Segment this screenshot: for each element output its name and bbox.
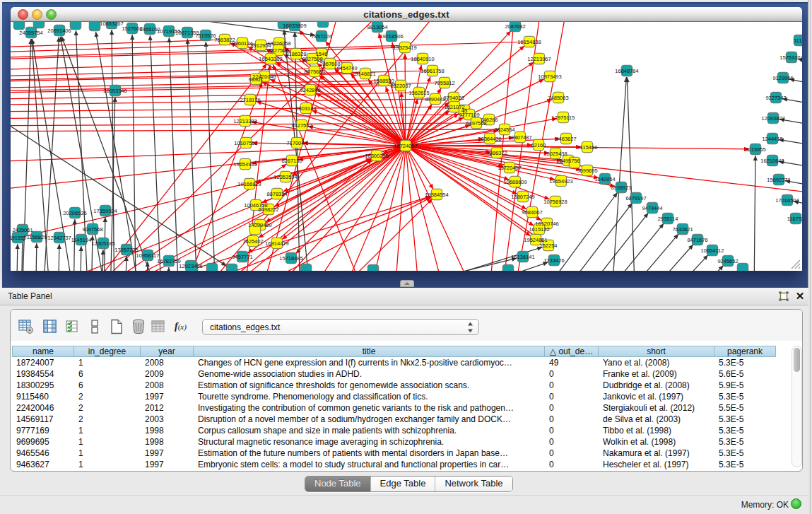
table-row[interactable]: 977716911998Corpus callosum shape and si…	[13, 426, 776, 437]
column-header-pagerank[interactable]: pagerank	[714, 346, 776, 357]
cell-year[interactable]: 1997	[141, 460, 194, 471]
cell-year[interactable]: 1998	[141, 426, 194, 437]
cell-title[interactable]: Estimation of significance thresholds fo…	[194, 380, 545, 392]
cell-year[interactable]: 2009	[141, 369, 194, 380]
cell-year[interactable]: 1998	[141, 437, 194, 448]
graph-node-teal[interactable]	[33, 22, 45, 28]
cell-pagerank[interactable]: 5.3E-5	[714, 426, 776, 437]
cell-title[interactable]: Changes of HCN gene expression and I(f) …	[194, 358, 545, 369]
cell-year[interactable]: 1997	[141, 448, 194, 460]
cell-short[interactable]: Wolkin et al. (1998)	[599, 437, 714, 448]
graph-edge[interactable]	[11, 146, 406, 170]
tab-edge-table[interactable]: Edge Table	[370, 477, 435, 491]
table-row[interactable]: 1872400712008Changes of HCN gene express…	[13, 358, 776, 369]
column-header-title[interactable]: title	[194, 346, 545, 357]
cell-in_degree[interactable]: 1	[74, 426, 141, 437]
show-columns-icon[interactable]	[42, 319, 58, 334]
graph-node-teal[interactable]	[226, 264, 237, 271]
function-icon[interactable]: f(x)	[175, 319, 193, 334]
cell-name[interactable]: 9465546	[12, 448, 74, 460]
table-row[interactable]: 911546021997Tourette syndrome. Phenomeno…	[13, 392, 776, 403]
cell-pagerank[interactable]: 5.3E-5	[714, 414, 776, 426]
table-select-dropdown[interactable]: citations_edges.txt	[202, 319, 479, 335]
cell-title[interactable]: Corpus callosum shape and size in male p…	[194, 426, 545, 437]
graph-node-teal[interactable]	[206, 263, 218, 271]
cell-in_degree[interactable]: 1	[74, 448, 141, 460]
table-scrollbar[interactable]	[792, 346, 802, 467]
cell-title[interactable]: Genome-wide association studies in ADHD.	[194, 369, 545, 380]
graph-edge[interactable]	[150, 35, 172, 271]
cell-pagerank[interactable]: 5.3E-5	[714, 392, 776, 403]
graph-edge[interactable]	[71, 219, 75, 271]
table-settings-icon[interactable]	[18, 319, 34, 334]
cell-short[interactable]: de Silva et al. (2003)	[599, 414, 714, 426]
resize-grip-icon[interactable]	[789, 258, 801, 269]
column-header-in_degree[interactable]: in_degree	[74, 346, 141, 357]
column-header-name[interactable]: name	[12, 346, 74, 357]
edit-rows-icon[interactable]	[65, 319, 81, 334]
graph-node-teal[interactable]	[300, 264, 312, 271]
graph-node-teal[interactable]	[367, 264, 379, 271]
table-row[interactable]: 946554611997Estimation of the future num…	[13, 448, 776, 460]
cell-out_de[interactable]: 0	[545, 380, 599, 392]
cell-title[interactable]: Disruption of a novel member of a sodium…	[194, 414, 545, 426]
cell-out_de[interactable]: 0	[545, 403, 599, 414]
cell-year[interactable]: 2003	[141, 414, 194, 426]
graph-edge[interactable]	[332, 258, 517, 271]
cell-out_de[interactable]: 0	[545, 392, 599, 403]
cell-name[interactable]: 19384554	[12, 369, 74, 380]
column-header-out_de[interactable]: △ out_de…	[545, 346, 599, 357]
table-row[interactable]: 946362711997Embryonic stem cells: a mode…	[13, 460, 776, 471]
cell-name[interactable]: 18300295	[12, 380, 74, 392]
cell-out_de[interactable]: 0	[545, 414, 599, 426]
cell-out_de[interactable]: 0	[545, 460, 599, 471]
cell-pagerank[interactable]: 5.6E-5	[714, 369, 776, 380]
cell-year[interactable]: 2008	[141, 358, 194, 369]
close-panel-icon[interactable]: ✕	[794, 290, 806, 301]
cell-name[interactable]: 22420046	[12, 403, 74, 414]
cell-title[interactable]: Structural magnetic resonance image aver…	[194, 437, 545, 448]
cell-name[interactable]: 9777169	[12, 426, 74, 437]
cell-year[interactable]: 1997	[141, 392, 194, 403]
table-row[interactable]: 1830029562008Estimation of significance …	[13, 380, 776, 392]
cell-in_degree[interactable]: 2	[74, 403, 141, 414]
cell-out_de[interactable]: 0	[545, 437, 599, 448]
cell-in_degree[interactable]: 6	[74, 380, 141, 392]
float-panel-icon[interactable]	[778, 291, 789, 302]
cell-in_degree[interactable]: 6	[74, 369, 141, 380]
cell-name[interactable]: 9115460	[12, 392, 74, 403]
cell-short[interactable]: Yano et al. (2008)	[599, 358, 714, 369]
cell-short[interactable]: Hescheler et al. (1997)	[599, 460, 714, 471]
cell-out_de[interactable]: 0	[545, 426, 599, 437]
cell-pagerank[interactable]: 5.3E-5	[714, 448, 776, 460]
cell-short[interactable]: Nakamura et al. (1997)	[599, 448, 714, 460]
graph-node-teal[interactable]	[13, 22, 25, 30]
table-row[interactable]: 1938455462009Genome-wide association stu…	[13, 369, 776, 380]
graph-node-teal[interactable]	[70, 22, 81, 30]
cell-title[interactable]: Investigating the contribution of common…	[194, 403, 545, 414]
graph-node-teal[interactable]	[502, 264, 514, 271]
cell-year[interactable]: 2012	[141, 403, 194, 414]
cell-in_degree[interactable]: 2	[74, 392, 141, 403]
window-titlebar[interactable]: citations_edges.txt	[11, 7, 802, 22]
cell-title[interactable]: Estimation of the future numbers of pati…	[194, 448, 545, 460]
graph-node-teal[interactable]	[317, 22, 329, 28]
graph-edge[interactable]	[406, 146, 433, 189]
cell-name[interactable]: 18724007	[12, 358, 74, 369]
graph-node-teal[interactable]	[737, 263, 748, 271]
table-row[interactable]: 969969511998Structural magnetic resonanc…	[13, 437, 776, 448]
import-table-icon[interactable]	[151, 319, 166, 334]
splitter-handle[interactable]	[400, 280, 414, 287]
new-file-icon[interactable]	[109, 319, 124, 334]
tab-node-table[interactable]: Node Table	[305, 477, 370, 491]
cell-out_de[interactable]: 0	[545, 369, 599, 380]
table-row[interactable]: 2242004622012Investigating the contribut…	[13, 403, 776, 414]
cell-short[interactable]: Stergiakouli et al. (2012)	[599, 403, 714, 414]
graph-edge[interactable]	[627, 77, 643, 271]
delete-icon[interactable]	[131, 319, 146, 334]
graph-node-teal[interactable]	[89, 22, 100, 31]
cell-out_de[interactable]: 0	[545, 448, 599, 460]
cell-in_degree[interactable]: 2	[74, 414, 141, 426]
row-height-icon[interactable]	[87, 319, 102, 334]
cell-pagerank[interactable]: 5.3E-5	[714, 358, 776, 369]
